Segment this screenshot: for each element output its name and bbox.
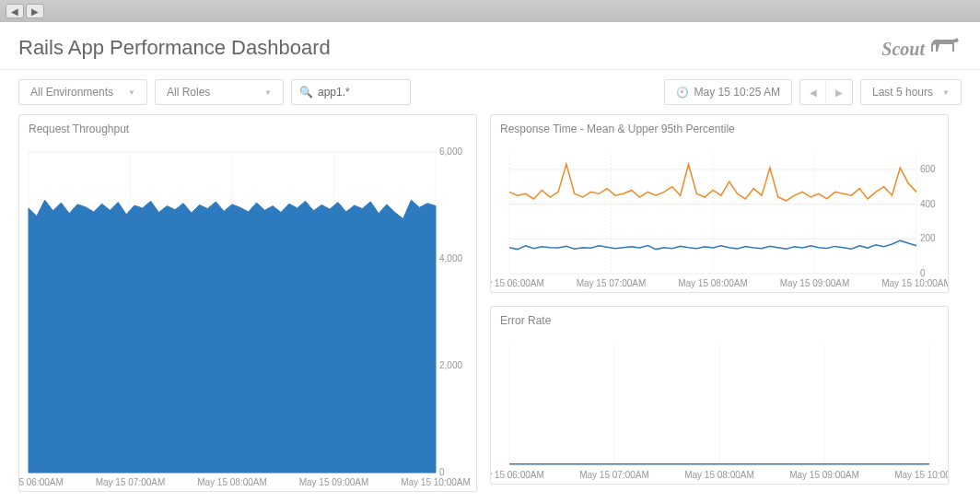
nav-back-button[interactable]: ◀ <box>6 4 24 18</box>
error-chart: May 15 06:00AMMay 15 07:00AMMay 15 08:00… <box>491 334 948 484</box>
svg-text:May 15 09:00AM: May 15 09:00AM <box>789 470 859 480</box>
svg-text:May 15 09:00AM: May 15 09:00AM <box>780 278 850 288</box>
svg-text:May 15 10:00AM: May 15 10:00AM <box>401 477 471 487</box>
environment-label: All Environments <box>30 86 113 99</box>
environment-dropdown[interactable]: All Environments ▼ <box>18 79 147 105</box>
response-title: Response Time - Mean & Upper 95th Percen… <box>491 115 948 143</box>
brand-logo: Scout <box>881 35 962 60</box>
page-header: Rails App Performance Dashboard Scout <box>0 22 980 70</box>
svg-text:May 15 09:00AM: May 15 09:00AM <box>299 477 369 487</box>
time-next-button[interactable]: ▶ <box>826 80 852 104</box>
time-prev-button[interactable]: ◀ <box>800 80 826 104</box>
timestamp-display[interactable]: 🕙 May 15 10:25 AM <box>664 79 792 105</box>
timestamp-label: May 15 10:25 AM <box>694 86 780 99</box>
browser-tabbar: ◀ ▶ <box>0 0 980 22</box>
svg-text:4,000: 4,000 <box>439 253 462 263</box>
chevron-down-icon: ▼ <box>128 88 135 97</box>
response-chart: May 15 06:00AMMay 15 07:00AMMay 15 08:00… <box>491 143 948 292</box>
svg-text:May 15 08:00AM: May 15 08:00AM <box>197 477 267 487</box>
search-input[interactable] <box>318 86 402 99</box>
svg-text:May 15 06:00AM: May 15 06:00AM <box>19 477 64 487</box>
throughput-chart: May 15 06:00AMMay 15 07:00AMMay 15 08:00… <box>19 143 476 491</box>
range-label: Last 5 hours <box>872 86 933 99</box>
clock-icon: 🕙 <box>676 87 689 99</box>
svg-text:600: 600 <box>920 164 936 174</box>
throughput-title: Request Throughput <box>19 115 476 143</box>
chevron-down-icon: ▼ <box>264 88 272 97</box>
svg-text:0: 0 <box>439 467 445 477</box>
svg-text:May 15 10:00AM: May 15 10:00AM <box>881 278 948 288</box>
dog-icon <box>928 35 962 55</box>
svg-text:May 15 08:00AM: May 15 08:00AM <box>684 470 754 480</box>
svg-text:May 15 07:00AM: May 15 07:00AM <box>579 470 649 480</box>
nav-forward-button[interactable]: ▶ <box>26 4 44 18</box>
time-nav: ◀ ▶ <box>799 79 853 105</box>
error-panel: Error Rate May 15 06:00AMMay 15 07:00AMM… <box>490 306 949 485</box>
range-dropdown[interactable]: Last 5 hours ▼ <box>860 79 962 105</box>
throughput-panel: Request Throughput May 15 06:00AMMay 15 … <box>18 114 477 492</box>
page-title: Rails App Performance Dashboard <box>18 36 331 60</box>
svg-text:2,000: 2,000 <box>439 360 462 370</box>
search-icon: 🔍 <box>299 86 313 99</box>
svg-text:0: 0 <box>920 268 926 278</box>
svg-text:May 15 06:00AM: May 15 06:00AM <box>491 470 544 480</box>
brand-name: Scout <box>881 39 925 60</box>
svg-text:May 15 07:00AM: May 15 07:00AM <box>577 278 647 288</box>
svg-text:200: 200 <box>920 233 936 243</box>
toolbar: All Environments ▼ All Roles ▼ 🔍 🕙 May 1… <box>0 70 980 114</box>
search-box[interactable]: 🔍 <box>291 79 411 105</box>
svg-text:May 15 10:00AM: May 15 10:00AM <box>894 470 948 480</box>
chevron-down-icon: ▼ <box>942 88 950 97</box>
error-title: Error Rate <box>491 307 948 334</box>
svg-text:May 15 07:00AM: May 15 07:00AM <box>96 477 166 487</box>
svg-text:May 15 06:00AM: May 15 06:00AM <box>491 278 544 288</box>
roles-dropdown[interactable]: All Roles ▼ <box>155 79 284 105</box>
svg-text:400: 400 <box>920 199 936 209</box>
response-panel: Response Time - Mean & Upper 95th Percen… <box>490 114 949 293</box>
svg-text:6,000: 6,000 <box>439 146 462 157</box>
roles-label: All Roles <box>167 86 210 99</box>
svg-text:May 15 08:00AM: May 15 08:00AM <box>678 278 748 288</box>
